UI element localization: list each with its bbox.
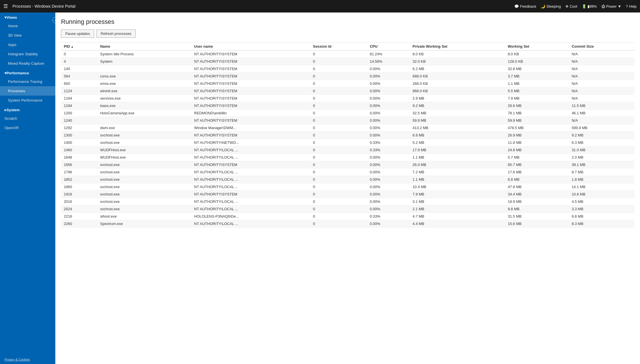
- cell-commit: 9.2 MB: [569, 132, 634, 139]
- cell-name: sihost.exe: [97, 213, 191, 220]
- table-row[interactable]: 1240NT AUTHORITY\SYSTEM00.00%59.9 MB59.9…: [61, 117, 634, 124]
- cell-private: 2.1 MB: [410, 205, 505, 213]
- sidebar-item-mixed-reality-capture[interactable]: Mixed Reality Capture: [0, 59, 55, 68]
- col-pid[interactable]: PID: [61, 43, 97, 51]
- sidebar-item-3dview[interactable]: 3D View: [0, 31, 55, 40]
- cell-pid: 2024: [61, 205, 97, 213]
- table-row[interactable]: 1852svchost.exeNT AUTHORITY\LOCAL ...00.…: [61, 176, 634, 183]
- cell-working: 9.8 MB: [505, 205, 569, 213]
- table-row[interactable]: 1796svchost.exeNT AUTHORITY\LOCAL ...00.…: [61, 169, 634, 176]
- pause-updates-button[interactable]: Pause updates: [61, 30, 94, 38]
- table-row[interactable]: 1292dwm.exeWindow Manager\DWM...00.00%41…: [61, 124, 634, 132]
- cell-session: 0: [310, 169, 367, 176]
- table-row[interactable]: 2024svchost.exeNT AUTHORITY\LOCAL ...00.…: [61, 205, 634, 213]
- table-row[interactable]: 1164services.exeNT AUTHORITY\SYSTEM00.00…: [61, 95, 634, 102]
- cell-session: 0: [310, 65, 367, 73]
- hamburger-icon[interactable]: ☰: [3, 3, 8, 9]
- help-button[interactable]: ? Help: [626, 4, 637, 9]
- cell-pid: 1460: [61, 146, 97, 154]
- sidebar-item-performance-tracing[interactable]: Performance Tracing: [0, 77, 55, 86]
- cell-username: NT AUTHORITY\LOCAL ...: [191, 220, 310, 228]
- cell-cpu: 81.24%: [367, 51, 410, 58]
- cell-session: 0: [310, 95, 367, 102]
- sidebar-item-home[interactable]: Home: [0, 21, 55, 31]
- cell-private: 9.2 MB: [410, 102, 505, 110]
- sidebar-item-processes[interactable]: Processes: [0, 86, 55, 96]
- cell-cpu: 0.00%: [367, 65, 410, 73]
- cell-pid: 1240: [61, 117, 97, 124]
- table-row[interactable]: 1860svchost.exeNT AUTHORITY\LOCAL ...00.…: [61, 183, 634, 191]
- cell-username: NT AUTHORITY\SYSTEM: [191, 58, 310, 65]
- table-row[interactable]: 2016svchost.exeNT AUTHORITY\LOCAL ...00.…: [61, 198, 634, 205]
- sidebar-section-performance[interactable]: ▾Performance: [0, 68, 55, 77]
- cell-working: 32.8 MB: [505, 65, 569, 73]
- table-row[interactable]: 1184lsass.exeNT AUTHORITY\SYSTEM00.00%9.…: [61, 102, 634, 110]
- table-row[interactable]: 1460WUDFHost.exeNT AUTHORITY\LOCAL ...00…: [61, 146, 634, 154]
- cell-pid: 1164: [61, 95, 97, 102]
- refresh-processes-button[interactable]: Refresh processes: [96, 30, 136, 38]
- feedback-button[interactable]: 💬 Feedback: [514, 4, 536, 9]
- sidebar-section-system[interactable]: ▸System: [0, 105, 55, 114]
- cell-name: svchost.exe: [97, 191, 191, 198]
- table-row[interactable]: 1648WUDFHost.exeNT AUTHORITY\LOCAL ...00…: [61, 154, 634, 161]
- table-row[interactable]: 600smss.exeNT AUTHORITY\SYSTEM00.00%268.…: [61, 80, 634, 87]
- sidebar-item-system-performance[interactable]: System Performance: [0, 96, 55, 105]
- table-row[interactable]: 564csrss.exeNT AUTHORITY\SYSTEM00.00%688…: [61, 73, 634, 80]
- table-row[interactable]: 1656svchost.exeNT AUTHORITY\SYSTEM00.00%…: [61, 161, 634, 169]
- cell-working: 31.5 MB: [505, 213, 569, 220]
- cell-commit: N/A: [569, 73, 634, 80]
- cell-name: svchost.exe: [97, 132, 191, 139]
- col-session[interactable]: Session Id: [310, 43, 367, 51]
- table-row[interactable]: 4SystemNT AUTHORITY\SYSTEM014.58%32.0 KB…: [61, 58, 634, 65]
- cell-private: 10.4 MB: [410, 183, 505, 191]
- cell-commit: N/A: [569, 87, 634, 95]
- cell-username: NT AUTHORITY\SYSTEM: [191, 65, 310, 73]
- table-row[interactable]: 140NT AUTHORITY\SYSTEM00.00%6.2 MB32.8 M…: [61, 65, 634, 73]
- cell-pid: 2016: [61, 198, 97, 205]
- col-name[interactable]: Name: [97, 43, 191, 51]
- cell-private: 17.9 MB: [410, 146, 505, 154]
- table-row[interactable]: 1400svchost.exeNT AUTHORITY\NETWO...00.3…: [61, 139, 634, 146]
- cell-session: 0: [310, 220, 367, 228]
- cell-name: System Idle Process: [97, 51, 191, 58]
- cell-cpu: 0.33%: [367, 146, 410, 154]
- main-layout: ◀ ▾Views Home 3D View Apps Hologram Stab…: [0, 12, 640, 364]
- processes-table-container[interactable]: PID Name User name Session Id CPU Privat…: [61, 42, 634, 364]
- cell-username: NT AUTHORITY\SYSTEM: [191, 117, 310, 124]
- privacy-cookies-link[interactable]: Privacy & Cookies: [0, 355, 55, 364]
- table-row[interactable]: 1124wininit.exeNT AUTHORITY\SYSTEM00.00%…: [61, 87, 634, 95]
- col-cpu[interactable]: CPU: [367, 43, 410, 51]
- cell-working: 1.1 MB: [505, 80, 569, 87]
- cell-cpu: 0.00%: [367, 132, 410, 139]
- col-commit[interactable]: Commit Size: [569, 43, 634, 51]
- sidebar-item-scratch[interactable]: Scratch: [0, 114, 55, 123]
- table-row[interactable]: 0System Idle ProcessNT AUTHORITY\SYSTEM0…: [61, 51, 634, 58]
- table-row[interactable]: 1916svchost.exeNT AUTHORITY\SYSTEM00.00%…: [61, 191, 634, 198]
- cell-cpu: 0.00%: [367, 205, 410, 213]
- table-row[interactable]: 2216sihost.exeHOLOLENS-P3NAQ6\De...00.33…: [61, 213, 634, 220]
- cell-cpu: 0.00%: [367, 73, 410, 80]
- table-row[interactable]: 2260Spectrum.exeNT AUTHORITY\LOCAL ...00…: [61, 220, 634, 228]
- cell-pid: 1916: [61, 191, 97, 198]
- sidebar-item-hologram-stability[interactable]: Hologram Stability: [0, 49, 55, 59]
- cell-working: 5.7 MB: [505, 154, 569, 161]
- sidebar-item-openxr[interactable]: OpenXR: [0, 123, 55, 132]
- sidebar-item-apps[interactable]: Apps: [0, 40, 55, 49]
- col-working[interactable]: Working Set: [505, 43, 569, 51]
- col-private[interactable]: Private Working Set: [410, 43, 505, 51]
- processes-table: PID Name User name Session Id CPU Privat…: [61, 43, 634, 228]
- cell-private: 868.0 KB: [410, 87, 505, 95]
- cell-cpu: 0.00%: [367, 161, 410, 169]
- power-button[interactable]: ⏻ Power ▼: [601, 4, 621, 9]
- table-row[interactable]: 1200HoloCameraApp.exeREDMOND\ambillin00.…: [61, 110, 634, 117]
- sidebar-section-views[interactable]: ▾Views: [0, 12, 55, 21]
- cell-session: 0: [310, 51, 367, 58]
- cell-pid: 0: [61, 51, 97, 58]
- cell-working: 26.9 MB: [505, 132, 569, 139]
- cell-cpu: 0.00%: [367, 169, 410, 176]
- col-username[interactable]: User name: [191, 43, 310, 51]
- table-row[interactable]: 1300svchost.exeNT AUTHORITY\SYSTEM00.00%…: [61, 132, 634, 139]
- cell-private: 4.7 MB: [410, 213, 505, 220]
- cell-username: NT AUTHORITY\LOCAL ...: [191, 205, 310, 213]
- cell-private: 32.5 MB: [410, 110, 505, 117]
